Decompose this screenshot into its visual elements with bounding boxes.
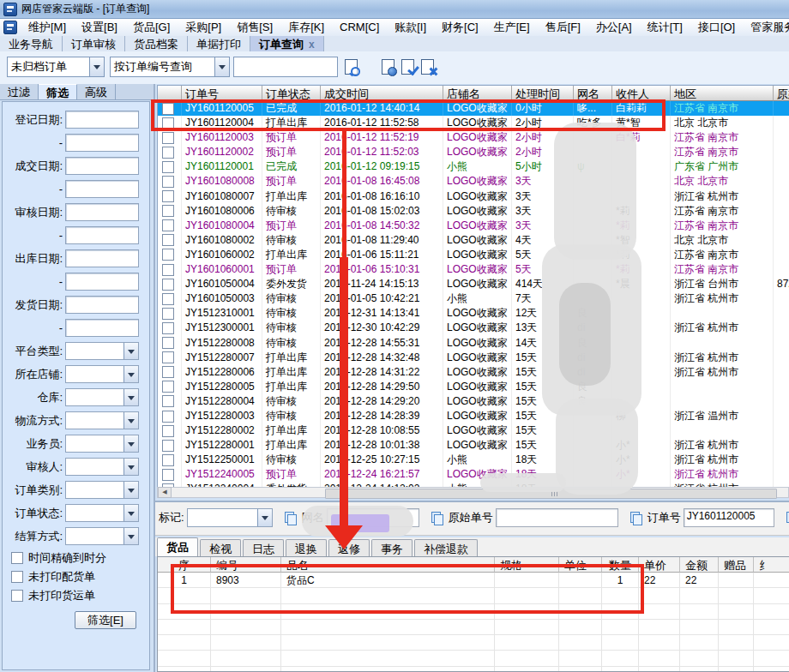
order-row[interactable]: JY1601120003预订单2016-01-12 11:52:19LOGO收藏… xyxy=(158,130,789,145)
chevron-down-icon[interactable] xyxy=(123,459,138,475)
menu-item[interactable]: 设置[B] xyxy=(74,21,125,33)
order-row[interactable]: JY1601080004预订单2016-01-08 14:50:32LOGO收藏… xyxy=(158,219,789,233)
date-input[interactable] xyxy=(65,134,139,152)
checkbox[interactable] xyxy=(162,351,174,363)
checkbox[interactable] xyxy=(162,308,174,320)
horizontal-scrollbar[interactable]: ◀ xyxy=(157,487,789,498)
menu-item[interactable]: 采购[P] xyxy=(178,21,229,33)
checkbox[interactable] xyxy=(162,454,174,466)
chevron-down-icon[interactable] xyxy=(123,528,138,544)
items-column-header[interactable]: 单价 xyxy=(639,557,680,573)
menu-item[interactable]: 财务[C] xyxy=(434,21,486,33)
filter-select[interactable] xyxy=(65,458,139,476)
date-input[interactable] xyxy=(65,203,139,221)
cancel-doc-button[interactable] xyxy=(418,57,437,76)
checkbox[interactable] xyxy=(162,425,174,437)
checkbox[interactable] xyxy=(162,176,174,188)
filter-select[interactable] xyxy=(65,435,139,453)
copy-icon[interactable] xyxy=(431,512,443,525)
checkbox[interactable] xyxy=(162,219,174,231)
checkbox[interactable] xyxy=(11,571,23,583)
column-header[interactable]: 原始单号 xyxy=(774,86,789,101)
approve-button[interactable] xyxy=(398,57,417,76)
checkbox[interactable] xyxy=(162,132,174,144)
doc-tab[interactable]: 货品档案 xyxy=(125,36,188,51)
date-input[interactable] xyxy=(65,157,139,175)
order-row[interactable]: JY1512280001打单出库2015-12-28 10:01:38LOGO收… xyxy=(158,438,789,453)
checkbox[interactable] xyxy=(162,381,174,393)
scroll-left-icon[interactable]: ◀ xyxy=(158,487,172,498)
checkbox[interactable] xyxy=(162,205,174,217)
search-input[interactable] xyxy=(233,57,338,77)
detail-field-input[interactable]: JY1601120005 xyxy=(684,508,774,527)
order-row[interactable]: JY1512280006打单出库2015-12-28 14:31:22LOGO收… xyxy=(158,365,789,380)
chevron-down-icon[interactable] xyxy=(89,57,104,76)
checkbox[interactable] xyxy=(162,366,174,378)
chevron-down-icon[interactable] xyxy=(123,505,138,521)
filter-select[interactable] xyxy=(65,388,139,406)
order-row[interactable]: JY1601060001预订单2016-01-06 15:10:31LOGO收藏… xyxy=(158,262,789,277)
checkbox[interactable] xyxy=(162,322,174,334)
items-column-header[interactable]: 金额 xyxy=(680,557,719,573)
menu-item[interactable]: 库存[K] xyxy=(280,21,332,33)
date-input[interactable] xyxy=(65,319,139,337)
order-row[interactable]: JY1601080002待审核2016-01-08 11:29:40LOGO收藏… xyxy=(158,233,789,248)
detail-tab[interactable]: 退换 xyxy=(286,539,327,556)
order-row[interactable]: JY1512250001待审核2015-12-25 10:27:15小熊18天小… xyxy=(158,453,789,467)
doc-tab[interactable]: 订单审核 xyxy=(63,36,125,51)
checkbox[interactable] xyxy=(11,552,23,564)
filter-select[interactable] xyxy=(65,481,139,499)
order-row[interactable]: JY1601080007打单出库2016-01-08 16:16:10LOGO收… xyxy=(158,189,789,204)
detail-tab[interactable]: 检视 xyxy=(200,539,241,556)
filter-select[interactable] xyxy=(65,411,139,429)
order-row[interactable]: JY1512280005打单出库2015-12-28 14:29:50LOGO收… xyxy=(158,380,789,394)
menu-item[interactable]: 售后[F] xyxy=(538,21,588,33)
menu-item[interactable]: 管家服务[H] xyxy=(743,21,789,33)
detail-tab[interactable]: 补偿退款 xyxy=(414,539,478,556)
menu-item[interactable]: 销售[S] xyxy=(229,21,280,33)
chevron-down-icon[interactable] xyxy=(257,509,272,526)
mark-select[interactable] xyxy=(187,508,273,527)
chevron-down-icon[interactable] xyxy=(123,343,138,359)
chevron-down-icon[interactable] xyxy=(123,412,138,429)
order-row[interactable]: JY1601080006待审核2016-01-08 15:02:03LOGO收藏… xyxy=(158,204,789,219)
filter-checkbox-row[interactable]: 未打印货运单 xyxy=(11,588,149,603)
order-row[interactable]: JY1512280007打单出库2015-12-28 14:32:48LOGO收… xyxy=(158,351,789,365)
close-icon[interactable]: x xyxy=(309,39,315,51)
filter-checkbox-row[interactable]: 时间精确到时分 xyxy=(11,550,149,565)
filter-checkbox-row[interactable]: 未打印配货单 xyxy=(11,569,149,584)
checkbox[interactable] xyxy=(162,279,174,291)
checkbox[interactable] xyxy=(162,264,174,276)
order-row[interactable]: JY1512280004待审核2015-12-28 14:29:20LOGO收藏… xyxy=(158,394,789,409)
menu-item[interactable]: 接口[O] xyxy=(690,21,743,33)
chevron-down-icon[interactable] xyxy=(123,389,138,405)
order-row[interactable]: JY1512280002打单出库2015-12-28 10:08:55LOGO收… xyxy=(158,423,789,438)
copy-icon[interactable] xyxy=(786,512,789,525)
order-row[interactable]: JY1512280003待审核2015-12-28 14:28:39LOGO收藏… xyxy=(158,409,789,423)
checkbox[interactable] xyxy=(162,469,174,481)
detail-field-input[interactable] xyxy=(496,508,618,527)
sidebar-tab[interactable]: 高级 xyxy=(77,84,116,99)
date-input[interactable] xyxy=(65,180,139,198)
order-row[interactable]: JY1601050003待审核2016-01-05 10:42:21小熊7天浙江… xyxy=(158,291,789,306)
chevron-down-icon[interactable] xyxy=(123,482,138,498)
menu-item[interactable]: 统计[T] xyxy=(640,21,690,33)
checkbox[interactable] xyxy=(162,337,174,349)
menu-item[interactable]: 办公[A] xyxy=(588,21,640,33)
detail-tab[interactable]: 事务 xyxy=(371,539,413,556)
order-row[interactable]: JY1512240005预订单2015-12-24 16:21:57LOGO收藏… xyxy=(158,467,789,482)
doc-tab-active[interactable]: 订单查询x xyxy=(250,36,324,51)
filter-select[interactable] xyxy=(65,365,139,383)
filter-select[interactable] xyxy=(65,504,139,522)
doc-tab[interactable]: 业务导航 xyxy=(0,36,63,51)
checkbox[interactable] xyxy=(162,190,174,202)
checkbox[interactable] xyxy=(11,590,23,602)
order-row[interactable]: JY1601120002预订单2016-01-12 11:52:03LOGO收藏… xyxy=(158,145,789,159)
items-column-header[interactable]: 赠品 xyxy=(719,557,754,573)
checkbox[interactable] xyxy=(162,234,174,246)
chevron-down-icon[interactable] xyxy=(123,366,138,382)
order-row[interactable]: JY1601120001已完成2016-01-12 09:19:15小熊5小时ψ… xyxy=(158,159,789,174)
checkbox[interactable] xyxy=(162,411,174,423)
menu-item[interactable]: 货品[G] xyxy=(125,21,178,33)
date-input[interactable] xyxy=(65,111,139,129)
